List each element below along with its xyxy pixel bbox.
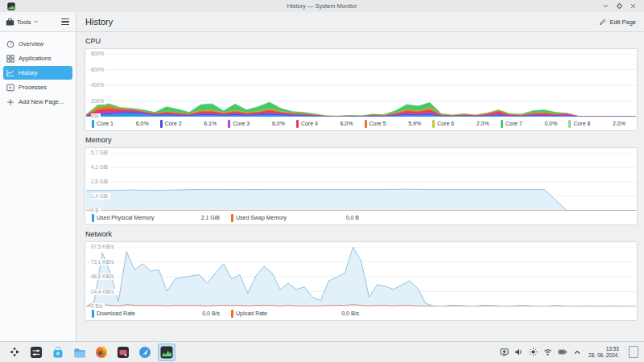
legend-item[interactable]: Core 4 6,0% xyxy=(296,120,365,128)
toolbox-icon xyxy=(6,18,14,27)
window-title: History — System Monitor xyxy=(0,2,644,10)
legend-value: 0,0 B xyxy=(346,215,359,220)
legend-label: Core 5 xyxy=(369,121,386,126)
network-chart: 97,5 KiB/s73,1 KiB/s48,8 KiB/s24,4 KiB/s… xyxy=(86,247,636,306)
sidebar-item-applications[interactable]: Applications xyxy=(3,51,72,65)
clock-date: 28. 06. 2024. xyxy=(588,352,619,359)
legend-item[interactable]: Core 3 6,0% xyxy=(228,120,296,128)
sidebar: Overview Applications History Processes … xyxy=(0,32,76,342)
digital-clock[interactable]: 13:53 28. 06. 2024. xyxy=(588,346,619,358)
legend-value: 2,0% xyxy=(477,121,489,126)
legend-color-chip xyxy=(160,120,163,128)
legend-label: Download Rate xyxy=(97,311,135,316)
legend-label: Core 2 xyxy=(165,121,182,126)
sidebar-item-processes[interactable]: Processes xyxy=(3,80,72,94)
legend-item[interactable]: Core 1 6,0% xyxy=(92,120,160,128)
legend-value: 6,0% xyxy=(136,121,149,126)
legend-item[interactable]: Core 6 2,0% xyxy=(432,120,501,128)
axis-tick-label: 400% xyxy=(91,82,106,88)
legend-item[interactable]: Core 5 5,9% xyxy=(365,120,433,128)
cpu-section: CPU 800%600%400%200%0% Core 1 xyxy=(85,37,638,131)
memory-section: Memory 5,7 GiB4,2 GiB2,8 GiB1,4 GiB0 B xyxy=(85,136,638,225)
process-window-icon xyxy=(6,84,14,92)
legend-label: Used Swap Memory xyxy=(236,215,287,220)
line-chart-icon xyxy=(6,69,14,77)
volume-icon[interactable] xyxy=(514,348,523,356)
cpu-legend: Core 1 6,0% Core 2 6,1% xyxy=(85,117,637,130)
axis-tick-label: 4,2 GiB xyxy=(91,164,110,171)
system-monitor-app-icon xyxy=(7,2,15,10)
legend-color-chip xyxy=(92,310,94,318)
network-legend: Download Rate 0,0 B/s Upload Rate 0,0 B/… xyxy=(85,306,637,320)
media-app-icon[interactable] xyxy=(114,343,132,361)
legend-label: Core 8 xyxy=(573,121,590,126)
axis-tick-label: 0 B/s xyxy=(91,303,105,310)
legend-value: 2,0% xyxy=(613,121,625,126)
axis-tick-label: 5,7 GiB xyxy=(91,150,110,156)
tools-menu-button[interactable]: Tools xyxy=(6,18,39,27)
legend-value: 6,0% xyxy=(341,121,353,126)
legend-color-chip xyxy=(92,120,94,128)
legend-color-chip xyxy=(365,120,367,128)
legend-item[interactable]: Core 8 2,0% xyxy=(568,120,637,128)
titlebar[interactable]: History — System Monitor xyxy=(0,0,644,12)
system-settings-icon[interactable] xyxy=(27,343,45,361)
sidebar-item-overview[interactable]: Overview xyxy=(3,37,72,51)
edit-page-button[interactable]: Edit Page xyxy=(599,19,636,26)
legend-value: 2,1 GiB xyxy=(201,215,220,220)
hamburger-menu-icon[interactable] xyxy=(61,19,69,25)
chevron-down-icon xyxy=(34,19,39,24)
minimize-icon[interactable] xyxy=(602,2,609,10)
axis-tick-label: 73,1 KiB/s xyxy=(91,259,117,265)
toolbar-left: Tools xyxy=(0,12,76,31)
legend-item[interactable]: Core 7 0,0% xyxy=(501,120,569,128)
app-launcher-icon[interactable] xyxy=(6,343,23,361)
legend-color-chip xyxy=(92,214,94,222)
discover-icon[interactable] xyxy=(49,343,67,361)
dolphin-icon[interactable] xyxy=(71,343,89,361)
help-app-icon[interactable] xyxy=(136,343,154,361)
gauge-icon xyxy=(6,40,14,48)
legend-value: 5,9% xyxy=(408,121,421,126)
memory-chart: 5,7 GiB4,2 GiB2,8 GiB1,4 GiB0 B xyxy=(86,153,636,211)
legend-value: 6,0% xyxy=(272,121,285,126)
expand-tray-icon[interactable] xyxy=(573,348,581,356)
network-chart-card: 97,5 KiB/s73,1 KiB/s48,8 KiB/s24,4 KiB/s… xyxy=(85,241,638,321)
maximize-icon[interactable] xyxy=(616,2,623,10)
network-section-title: Network xyxy=(85,230,638,238)
legend-value: 6,1% xyxy=(204,121,217,126)
night-color-icon[interactable] xyxy=(500,348,509,356)
axis-tick-label: 2,8 GiB xyxy=(91,179,110,185)
axis-tick-label: 97,5 KiB/s xyxy=(91,244,117,250)
legend-item[interactable]: Used Physical Memory 2,1 GiB xyxy=(92,214,231,222)
battery-icon[interactable] xyxy=(558,348,568,356)
memory-section-title: Memory xyxy=(85,136,638,144)
firefox-icon[interactable] xyxy=(93,343,110,361)
page-title: History xyxy=(85,17,113,27)
legend-item[interactable]: Upload Rate 0,0 B/s xyxy=(231,310,370,318)
legend-label: Used Physical Memory xyxy=(97,215,155,220)
history-page: CPU 800%600%400%200%0% Core 1 xyxy=(76,32,644,342)
legend-item[interactable]: Used Swap Memory 0,0 B xyxy=(231,214,370,222)
legend-color-chip xyxy=(231,310,233,318)
clock-time: 13:53 xyxy=(588,346,619,352)
taskbar-apps xyxy=(0,343,175,361)
axis-tick-label: 800% xyxy=(91,51,106,57)
memory-area-chart xyxy=(86,153,636,211)
system-monitor-window: History — System Monitor Tools History E… xyxy=(0,0,644,342)
sidebar-item-add-new-page[interactable]: Add New Page... xyxy=(3,95,72,109)
sidebar-item-history[interactable]: History xyxy=(3,66,72,80)
system-monitor-icon[interactable] xyxy=(158,343,175,361)
show-desktop-button[interactable] xyxy=(629,346,638,358)
toolbar: Tools History Edit Page xyxy=(0,12,644,32)
legend-label: Upload Rate xyxy=(236,311,267,316)
close-icon[interactable] xyxy=(630,2,637,10)
wifi-icon[interactable] xyxy=(543,348,552,356)
legend-label: Core 3 xyxy=(233,121,250,126)
legend-item[interactable]: Core 2 6,1% xyxy=(160,120,229,128)
legend-label: Core 1 xyxy=(97,121,114,126)
legend-color-chip xyxy=(432,120,435,128)
legend-item[interactable]: Download Rate 0,0 B/s xyxy=(92,310,231,318)
brightness-icon[interactable] xyxy=(529,348,538,356)
axis-tick-label: 0 B xyxy=(91,208,101,214)
